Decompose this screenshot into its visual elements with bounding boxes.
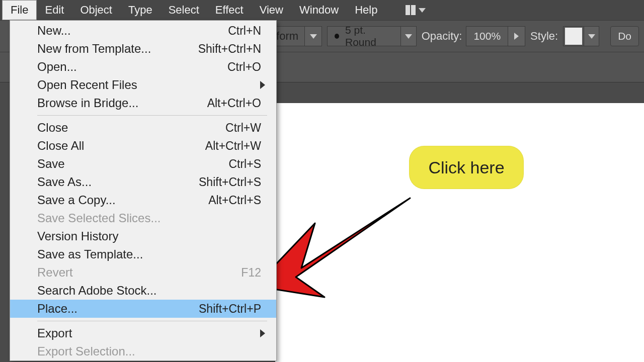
menu-item-label: Close (37, 121, 68, 135)
menu-file[interactable]: File (2, 0, 37, 20)
menu-item-label: Open... (37, 60, 77, 74)
menu-item-label: Version History (37, 229, 118, 243)
document-setup-button[interactable]: Do (610, 26, 639, 46)
menu-help[interactable]: Help (347, 1, 385, 20)
menu-item-label: Save Selected Slices... (37, 211, 160, 225)
menu-item-label: Search Adobe Stock... (37, 284, 156, 298)
menu-item-shortcut: Ctrl+O (227, 60, 261, 74)
brush-definition-dropdown[interactable]: 5 pt. Round (327, 26, 417, 46)
menu-window[interactable]: Window (291, 1, 347, 20)
menu-item-save-as[interactable]: Save As...Shift+Ctrl+S (10, 173, 276, 191)
style-dropdown[interactable] (584, 27, 599, 46)
opacity-value-field[interactable]: 100% (466, 26, 508, 46)
opacity-more-button[interactable] (508, 26, 525, 46)
menu-separator (37, 115, 267, 116)
chevron-right-icon (514, 33, 519, 40)
menu-item-new-from-template[interactable]: New from Template...Shift+Ctrl+N (10, 40, 276, 58)
menu-item-shortcut: Alt+Ctrl+W (205, 139, 261, 153)
menu-item-close[interactable]: CloseCtrl+W (10, 119, 276, 137)
menu-item-label: Save a Copy... (37, 193, 116, 207)
menu-item-save[interactable]: SaveCtrl+S (10, 155, 276, 173)
menu-item-shortcut: Ctrl+W (225, 121, 261, 135)
menu-effect[interactable]: Effect (207, 1, 252, 20)
menu-select[interactable]: Select (160, 1, 207, 20)
menu-view[interactable]: View (252, 1, 291, 20)
opacity-label: Opacity: (422, 30, 462, 43)
submenu-arrow-icon (260, 329, 265, 337)
menu-type[interactable]: Type (120, 1, 160, 20)
arrow-annotation (254, 197, 415, 302)
menu-item-label: New from Template... (37, 42, 151, 56)
style-swatch[interactable] (565, 28, 582, 45)
menu-item-label: Close All (37, 139, 84, 153)
menu-item-label: Browse in Bridge... (37, 96, 138, 110)
menu-item-shortcut: Alt+Ctrl+S (208, 194, 261, 207)
menu-item-revert: RevertF12 (10, 263, 276, 282)
menu-item-export[interactable]: Export (10, 324, 276, 342)
menu-item-browse-in-bridge[interactable]: Browse in Bridge...Alt+Ctrl+O (10, 94, 276, 112)
menu-item-label: Save (37, 157, 65, 171)
menu-item-shortcut: F12 (241, 266, 261, 280)
chevron-down-icon (419, 8, 426, 13)
menu-bar: File Edit Object Type Select Effect View… (0, 0, 644, 20)
style-label: Style: (530, 30, 558, 43)
chevron-down-icon (405, 34, 412, 39)
menu-item-new[interactable]: New...Ctrl+N (10, 22, 276, 40)
menu-item-close-all[interactable]: Close AllAlt+Ctrl+W (10, 137, 276, 155)
menu-item-shortcut: Shift+Ctrl+S (199, 175, 261, 189)
menu-separator (37, 321, 267, 321)
menu-object[interactable]: Object (72, 1, 120, 20)
brush-definition-label: 5 pt. Round (345, 24, 393, 48)
menu-item-shortcut: Shift+Ctrl+P (199, 302, 261, 316)
menu-item-label: Open Recent Files (37, 78, 137, 92)
menu-item-shortcut: Ctrl+S (228, 157, 261, 171)
chevron-down-icon (310, 34, 317, 39)
callout-bubble: Click here (409, 146, 524, 189)
menu-item-label: Revert (37, 265, 73, 280)
menu-item-label: New... (37, 24, 71, 38)
menu-item-save-selected-slices: Save Selected Slices... (10, 209, 276, 227)
workspace-switcher[interactable] (401, 3, 430, 17)
menu-item-label: Export Selection... (37, 344, 135, 358)
brush-dot-icon (335, 34, 339, 39)
menu-item-label: Save as Template... (37, 247, 143, 261)
menu-item-save-as-template[interactable]: Save as Template... (10, 245, 276, 263)
callout-text: Click here (428, 158, 504, 177)
menu-item-place[interactable]: Place...Shift+Ctrl+P (10, 300, 276, 318)
file-menu-dropdown: New...Ctrl+NNew from Template...Shift+Ct… (10, 20, 277, 361)
chevron-down-icon (588, 34, 595, 39)
menu-item-shortcut: Ctrl+N (228, 24, 261, 38)
menu-item-save-a-copy[interactable]: Save a Copy...Alt+Ctrl+S (10, 191, 276, 209)
menu-item-export-selection: Export Selection... (10, 342, 276, 360)
menu-item-label: Place... (37, 302, 77, 316)
menu-edit[interactable]: Edit (37, 1, 72, 20)
menu-item-label: Export (37, 326, 72, 340)
svg-marker-0 (255, 198, 410, 297)
menu-item-label: Save As... (37, 175, 92, 189)
menu-item-shortcut: Shift+Ctrl+N (198, 42, 261, 56)
menu-item-open-recent-files[interactable]: Open Recent Files (10, 76, 276, 94)
submenu-arrow-icon (260, 81, 265, 89)
menu-item-shortcut: Alt+Ctrl+O (207, 97, 261, 110)
menu-item-open[interactable]: Open...Ctrl+O (10, 58, 276, 76)
menu-item-search-adobe-stock[interactable]: Search Adobe Stock... (10, 282, 276, 300)
workspace-icon (406, 5, 416, 15)
menu-item-version-history[interactable]: Version History (10, 227, 276, 245)
